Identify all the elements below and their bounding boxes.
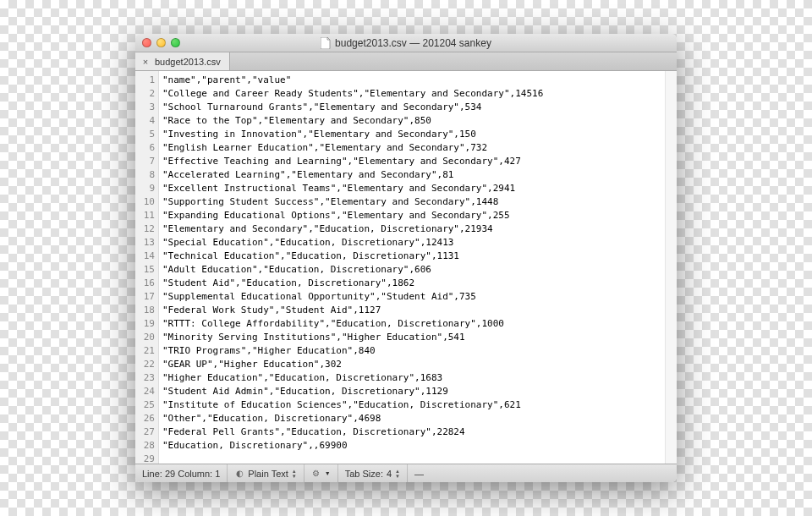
line-number: 27 [135, 425, 155, 439]
code-line[interactable]: "Technical Education","Education, Discre… [162, 250, 665, 263]
line-number: 7 [135, 155, 155, 168]
code-line[interactable]: "RTTT: College Affordability","Education… [162, 317, 665, 331]
line-number: 3 [135, 101, 155, 114]
gear-icon: ⚙ [311, 469, 321, 479]
minimize-button[interactable] [156, 38, 166, 47]
line-number: 28 [135, 439, 155, 453]
code-line[interactable]: "College and Career Ready Students","Ele… [162, 87, 665, 101]
close-button[interactable] [142, 38, 151, 47]
statusbar: Line: 29 Column: 1 ◐ Plain Text ▲▼ ⚙ ▼ T… [135, 464, 677, 482]
line-number: 24 [135, 385, 155, 398]
line-number: 9 [135, 182, 155, 195]
line-number: 21 [135, 344, 155, 358]
code-line[interactable]: "Supplemental Educational Opportunity","… [162, 290, 665, 304]
code-line[interactable]: "Student Aid","Education, Discretionary"… [162, 277, 665, 290]
zoom-button[interactable] [171, 38, 180, 47]
vertical-scrollbar[interactable] [665, 71, 677, 464]
line-number: 14 [135, 250, 155, 263]
code-line[interactable]: "Race to the Top","Elementary and Second… [162, 114, 665, 128]
titlebar[interactable]: budget2013.csv — 201204 sankey [135, 34, 677, 52]
code-line[interactable]: "English Learner Education","Elementary … [162, 141, 665, 155]
editor: 1234567891011121314151617181920212223242… [135, 71, 677, 464]
line-number: 15 [135, 263, 155, 277]
stepper-icon[interactable]: ▲▼ [292, 469, 297, 479]
code-line[interactable]: "Investing in Innovation","Elementary an… [162, 128, 665, 141]
code-line[interactable]: "TRIO Programs","Higher Education",840 [162, 344, 665, 358]
code-line[interactable]: "GEAR UP","Higher Education",302 [162, 358, 665, 371]
code-line[interactable]: "Accelerated Learning","Elementary and S… [162, 168, 665, 182]
code-line[interactable]: "name","parent","value" [162, 74, 665, 87]
code-line[interactable]: "Institute of Education Sciences","Educa… [162, 398, 665, 412]
status-syntax[interactable]: ◐ Plain Text ▲▼ [228, 464, 304, 482]
status-extra: — [408, 464, 431, 482]
line-number: 13 [135, 236, 155, 250]
file-icon [321, 37, 331, 49]
line-number: 19 [135, 317, 155, 331]
tab-budget2013[interactable]: × budget2013.csv [135, 52, 230, 70]
status-settings[interactable]: ⚙ ▼ [304, 464, 338, 482]
code-line[interactable]: "Special Education","Education, Discreti… [162, 236, 665, 250]
line-number: 4 [135, 114, 155, 128]
line-number: 18 [135, 304, 155, 317]
line-number: 25 [135, 398, 155, 412]
chevron-down-icon: ▼ [325, 470, 331, 476]
code-line[interactable]: "Other","Education, Discretionary",4698 [162, 412, 665, 425]
gear-icon: ◐ [234, 469, 244, 479]
status-line-column[interactable]: Line: 29 Column: 1 [135, 464, 228, 482]
line-number: 29 [135, 453, 155, 464]
syntax-label: Plain Text [248, 469, 288, 479]
line-number: 10 [135, 195, 155, 209]
code-line[interactable] [162, 453, 665, 464]
window: budget2013.csv — 201204 sankey × budget2… [135, 34, 677, 482]
tab-size-label: Tab Size: [345, 469, 383, 479]
code-line[interactable]: "Federal Work Study","Student Aid",1127 [162, 304, 665, 317]
line-number: 20 [135, 331, 155, 344]
code-line[interactable]: "Minority Serving Institutions","Higher … [162, 331, 665, 344]
line-number: 17 [135, 290, 155, 304]
line-number: 23 [135, 371, 155, 385]
tabbar: × budget2013.csv [135, 52, 677, 71]
traffic-lights [135, 38, 180, 47]
line-number: 22 [135, 358, 155, 371]
code-line[interactable]: "Effective Teaching and Learning","Eleme… [162, 155, 665, 168]
window-title: budget2013.csv — 201204 sankey [335, 37, 491, 49]
code-line[interactable]: "Student Aid Admin","Education, Discreti… [162, 385, 665, 398]
code-area[interactable]: "name","parent","value""College and Care… [159, 71, 665, 464]
code-line[interactable]: "Expanding Educational Options","Element… [162, 209, 665, 222]
line-number: 1 [135, 74, 155, 87]
close-icon[interactable]: × [140, 57, 151, 67]
status-tab-size[interactable]: Tab Size: 4 ▲▼ [338, 464, 408, 482]
code-line[interactable]: "Supporting Student Success","Elementary… [162, 195, 665, 209]
tab-size-value: 4 [387, 469, 392, 479]
line-number: 6 [135, 141, 155, 155]
line-number-gutter: 1234567891011121314151617181920212223242… [135, 71, 159, 464]
line-number: 11 [135, 209, 155, 222]
line-number: 8 [135, 168, 155, 182]
line-number: 26 [135, 412, 155, 425]
tab-label: budget2013.csv [155, 57, 221, 67]
code-line[interactable]: "Adult Education","Education, Discretion… [162, 263, 665, 277]
window-title-area: budget2013.csv — 201204 sankey [135, 37, 677, 49]
line-number: 16 [135, 277, 155, 290]
code-line[interactable]: "Federal Pell Grants","Education, Discre… [162, 425, 665, 439]
code-line[interactable]: "Higher Education","Education, Discretio… [162, 371, 665, 385]
code-line[interactable]: "Education, Discretionary",,69900 [162, 439, 665, 453]
line-number: 12 [135, 222, 155, 236]
code-line[interactable]: "Excellent Instructional Teams","Element… [162, 182, 665, 195]
code-line[interactable]: "School Turnaround Grants","Elementary a… [162, 101, 665, 114]
line-number: 2 [135, 87, 155, 101]
code-line[interactable]: "Elementary and Secondary","Education, D… [162, 222, 665, 236]
line-number: 5 [135, 128, 155, 141]
stepper-icon[interactable]: ▲▼ [395, 469, 400, 479]
